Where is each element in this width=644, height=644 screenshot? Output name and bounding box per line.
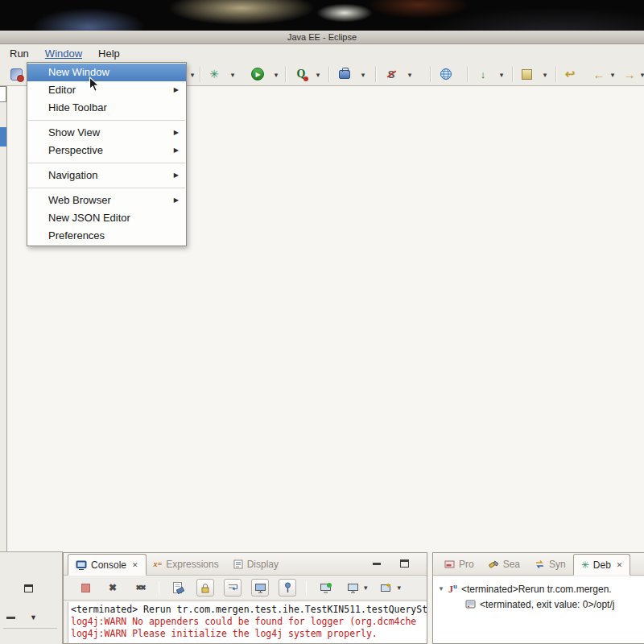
display-selected-console-button[interactable]	[344, 579, 361, 597]
back-button[interactable]: ←	[591, 66, 607, 82]
dropdown-arrow-icon[interactable]: ▾	[609, 71, 617, 79]
submenu-arrow-icon: ▶	[174, 167, 179, 184]
last-edit-arrow-icon: ↩	[565, 67, 576, 81]
tab-label: Expressions	[166, 559, 218, 570]
bottom-left-panel: ▼	[0, 551, 63, 644]
menu-item-perspective[interactable]: Perspective ▶	[27, 142, 186, 159]
menu-item-new-json-editor[interactable]: New JSON Editor	[27, 209, 186, 227]
terminate-icon	[81, 584, 90, 592]
expressions-icon: x=	[154, 559, 163, 568]
dropdown-arrow-icon[interactable]: ▾	[188, 71, 196, 79]
eclipse-window: Java EE - Eclipse Run Window Help ▾ ✳ ▾ …	[0, 0, 644, 644]
menu-item-editor[interactable]: Editor ▶	[27, 81, 186, 99]
toolbar-separator	[328, 67, 330, 82]
tab-display[interactable]: Display	[226, 553, 286, 575]
scroll-lock-button[interactable]	[196, 579, 214, 597]
close-icon[interactable]: ✕	[617, 561, 623, 569]
dropdown-arrow-icon[interactable]: ▾	[541, 71, 549, 79]
last-edit-location-button[interactable]: ↩	[562, 66, 578, 82]
toolbar-separator	[306, 581, 307, 595]
menu-item-show-view[interactable]: Show View ▶	[27, 124, 186, 142]
debug-button[interactable]: ✳	[206, 66, 222, 82]
tab-label: Sea	[503, 559, 520, 570]
word-wrap-button[interactable]	[224, 579, 242, 597]
chevron-down-icon[interactable]: ▼	[30, 613, 37, 621]
dropdown-arrow-icon[interactable]: ▾	[406, 71, 414, 79]
console-icon	[76, 560, 87, 570]
tab-expressions[interactable]: x= Expressions	[147, 553, 226, 575]
tab-label: Display	[247, 559, 279, 570]
minimize-view-icon[interactable]	[373, 563, 381, 565]
maximize-icon[interactable]	[24, 584, 33, 592]
mouse-cursor	[89, 76, 100, 93]
annotation-button[interactable]	[518, 66, 535, 82]
menu-window[interactable]: Window	[37, 46, 90, 61]
menu-separator	[28, 188, 185, 188]
forward-arrow-icon: →	[624, 68, 636, 81]
maximize-view-icon[interactable]	[400, 559, 409, 568]
fetch-button[interactable]: ↓	[475, 66, 491, 82]
pin-console-button[interactable]	[279, 579, 296, 597]
tab-progress[interactable]: Pro	[437, 553, 481, 575]
skip-breakpoints-button[interactable]: S	[383, 66, 399, 82]
dropdown-arrow-icon[interactable]: ▾	[272, 71, 280, 79]
minimize-icon[interactable]	[6, 617, 15, 619]
menu-item-label: Editor	[48, 84, 76, 96]
coverage-dot-icon	[303, 76, 308, 81]
toolbar-separator	[512, 67, 514, 82]
remove-launch-button[interactable]: ✖	[104, 579, 122, 597]
menu-item-new-window[interactable]: New Window	[27, 64, 186, 81]
show-stdout-button[interactable]	[251, 579, 269, 597]
debug-tree-node[interactable]: <terminated, exit value: 0>/opt/j	[433, 597, 644, 612]
coverage-button[interactable]: Q	[293, 66, 309, 82]
dropdown-arrow-icon[interactable]: ▾	[497, 71, 506, 79]
junit-launch-button[interactable]	[8, 66, 24, 82]
console-panel: Console ✕ x= Expressions Display	[63, 552, 427, 644]
tab-console[interactable]: Console ✕	[68, 554, 147, 576]
tab-debug[interactable]: ✳ Deb ✕	[573, 554, 631, 576]
menu-help[interactable]: Help	[90, 46, 128, 61]
window-menu: New Window Editor ▶ Hide Toolbar Show Vi…	[27, 62, 187, 246]
clear-console-button[interactable]	[169, 579, 187, 597]
web-browser-button[interactable]	[438, 66, 454, 82]
remove-all-launches-button[interactable]: ✖✖	[131, 579, 149, 597]
titlebar[interactable]: Java EE - Eclipse	[0, 31, 644, 44]
expander-icon[interactable]: ▼	[438, 585, 444, 592]
menu-item-web-browser[interactable]: Web Browser ▶	[27, 192, 186, 209]
new-wizard-button[interactable]	[336, 66, 353, 82]
dropdown-arrow-icon[interactable]: ▾	[638, 71, 644, 79]
left-panel-tab-fragment	[0, 86, 6, 102]
toolbar-separator	[467, 67, 469, 82]
forward-button[interactable]: →	[621, 66, 638, 82]
menu-run[interactable]: Run	[2, 46, 37, 61]
menu-item-label: New Window	[48, 66, 109, 78]
dropdown-arrow-icon[interactable]: ▾	[364, 584, 368, 592]
dropdown-arrow-icon[interactable]: ▾	[229, 71, 237, 79]
menu-item-label: Hide Toolbar	[48, 101, 107, 114]
clear-console-icon	[172, 581, 184, 594]
dropdown-arrow-icon[interactable]: ▾	[359, 71, 367, 79]
menu-item-navigation[interactable]: Navigation ▶	[27, 167, 186, 184]
run-button[interactable]: ▶	[250, 66, 266, 82]
terminate-button[interactable]	[76, 579, 94, 597]
menu-item-hide-toolbar[interactable]: Hide Toolbar	[27, 99, 186, 117]
menu-item-preferences[interactable]: Preferences	[27, 227, 186, 245]
show-stderr-button[interactable]	[316, 579, 334, 597]
toolbar-separator	[555, 67, 557, 82]
dropdown-arrow-icon[interactable]: ▾	[314, 71, 322, 79]
dropdown-arrow-icon[interactable]: ▾	[398, 584, 402, 592]
annotation-icon	[522, 69, 532, 80]
down-arrow-icon: ↓	[481, 68, 486, 80]
debug-tree-node[interactable]: ▼ Ju <terminated>Rerun tr.com.mergen.	[433, 581, 644, 597]
console-output[interactable]: <terminated> Rerun tr.com.mergen.test.ih…	[68, 602, 427, 643]
console-line: <terminated> Rerun tr.com.mergen.test.ih…	[71, 604, 424, 616]
tab-synchronize[interactable]: Syn	[527, 553, 573, 575]
divider	[3, 628, 57, 629]
close-icon[interactable]: ✕	[132, 561, 138, 569]
menu-item-label: Web Browser	[48, 194, 111, 206]
open-console-button[interactable]	[378, 579, 395, 597]
toolbar-separator	[285, 67, 287, 82]
tab-search[interactable]: Sea	[481, 553, 527, 575]
console-line: log4j:WARN Please initialize the log4j s…	[71, 628, 424, 640]
debug-panel: Pro Sea Syn ✳ Deb ✕	[432, 552, 644, 644]
